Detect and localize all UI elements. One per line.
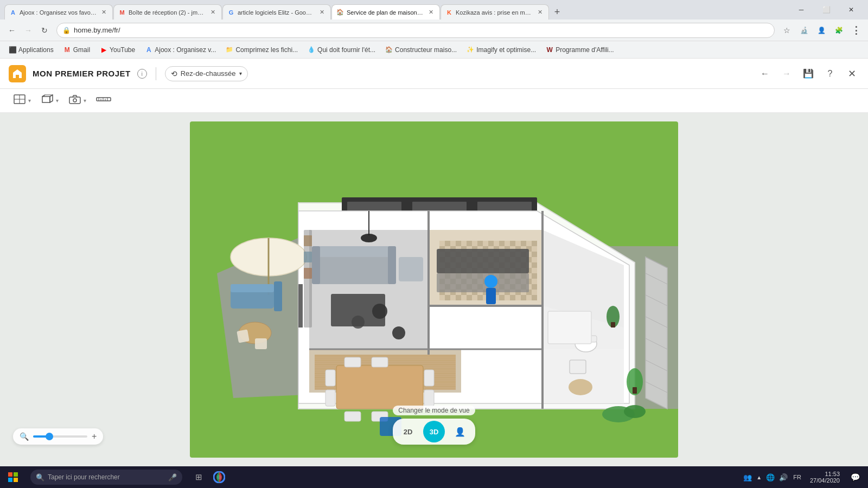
- tab-homebyme[interactable]: 🏠 Service de plan de maison 3D : g... ✕: [331, 4, 440, 20]
- bookmarks-bar: ⬛ Applications M Gmail ▶ YouTube A Ajoox…: [0, 41, 868, 59]
- svg-rect-102: [8, 478, 12, 482]
- tab-close-kozikaza[interactable]: ✕: [535, 8, 544, 17]
- view-2d-button[interactable]: 2D: [397, 421, 419, 442]
- tab-favicon-ajoox: A: [9, 9, 17, 16]
- address-bar[interactable]: 🔒 home.by.me/fr/: [56, 23, 775, 38]
- zoom-slider-container: 🔍 +: [13, 428, 103, 445]
- toolbar-3d-view[interactable]: ▾: [36, 92, 63, 110]
- svg-rect-94: [548, 311, 591, 344]
- refresh-button[interactable]: ↻: [37, 23, 52, 38]
- minimize-button[interactable]: ─: [789, 0, 814, 20]
- tab-close-homebyme[interactable]: ✕: [426, 8, 435, 17]
- floor-selector[interactable]: ⟲ Rez-de-chaussée ▾: [165, 66, 248, 81]
- zoom-in-icon: +: [92, 432, 97, 441]
- lock-icon: 🔒: [62, 27, 71, 34]
- tab-ajoox[interactable]: A Ajoox : Organisez vos favoris et ... ✕: [4, 4, 113, 20]
- svg-point-59: [361, 234, 377, 242]
- zoom-thumb[interactable]: [46, 433, 53, 440]
- app-content: MON PREMIER PROJET i ⟲ Rez-de-chaussée ▾…: [0, 59, 868, 466]
- svg-rect-100: [8, 472, 12, 477]
- tab-kozikaza[interactable]: K Kozikaza avis : prise en main po... ✕: [441, 4, 549, 20]
- svg-rect-81: [611, 322, 615, 328]
- notification-button[interactable]: 💬: [846, 468, 864, 486]
- youtube-icon: ▶: [100, 46, 107, 54]
- bookmark-ajoox-label: Ajoox : Organisez v...: [155, 46, 216, 54]
- svg-point-97: [392, 326, 405, 339]
- search-icon: 🔍: [36, 473, 44, 481]
- save-button[interactable]: 💾: [801, 66, 816, 81]
- svg-rect-63: [424, 370, 434, 386]
- bookmark-programme[interactable]: W Programme d'Affili...: [541, 43, 618, 56]
- svg-marker-84: [646, 257, 667, 409]
- header-separator: [156, 67, 156, 80]
- svg-rect-51: [255, 338, 267, 349]
- tab-close-ajoox[interactable]: ✕: [99, 8, 108, 17]
- people-icon[interactable]: 👥: [742, 472, 753, 483]
- camera-chevron: ▾: [84, 98, 86, 104]
- view-person-button[interactable]: 👤: [449, 421, 471, 442]
- bookmark-applications-label: Applications: [18, 46, 54, 54]
- person-view-icon: 👤: [455, 427, 465, 437]
- tab-google-docs[interactable]: G article logiciels Elitz - Google Do...…: [222, 4, 331, 20]
- bookmark-ajoox[interactable]: A Ajoox : Organisez v...: [141, 43, 220, 56]
- svg-rect-72: [486, 288, 496, 304]
- project-info-button[interactable]: i: [137, 69, 147, 79]
- taskbar-chrome[interactable]: [209, 466, 229, 488]
- main-3d-view[interactable]: Changer le mode de vue 2D 3D 👤 🔍: [0, 113, 868, 466]
- taskbar-task-view[interactable]: ⊞: [189, 466, 208, 488]
- svg-marker-4: [50, 95, 53, 102]
- bookmark-star-button[interactable]: ☆: [779, 23, 794, 38]
- forward-button[interactable]: →: [21, 23, 36, 38]
- taskbar-system-icons: 👥 ▲ 🌐 🔊 FR: [742, 472, 803, 483]
- close-project-button[interactable]: ✕: [844, 66, 859, 81]
- taskbar-up-arrow[interactable]: ▲: [755, 473, 763, 481]
- bookmark-youtube[interactable]: ▶ YouTube: [95, 43, 139, 56]
- new-tab-button[interactable]: +: [550, 4, 565, 20]
- svg-point-99: [352, 316, 365, 329]
- nav-bar: ← → ↻ 🔒 home.by.me/fr/ ☆ 🔬 👤 🧩 ⋮: [0, 20, 868, 41]
- taskbar-apps: ⊞: [189, 466, 229, 488]
- taskbar-search[interactable]: 🔍 Taper ici pour rechercher 🎤: [30, 470, 182, 485]
- close-button[interactable]: ✕: [839, 0, 864, 20]
- 3d-view-chevron: ▾: [56, 98, 59, 104]
- help-button[interactable]: ?: [822, 66, 838, 81]
- svg-rect-47: [231, 284, 274, 292]
- constructeur-favicon: 🏠: [385, 46, 393, 54]
- maximize-button[interactable]: ⬜: [814, 0, 839, 20]
- qui-favicon: 💧: [308, 46, 315, 54]
- network-icon[interactable]: 🌐: [765, 472, 776, 483]
- start-button[interactable]: [0, 466, 26, 488]
- task-view-icon: ⊞: [195, 472, 202, 482]
- bookmark-imagify[interactable]: ✨ Imagify et optimise...: [462, 43, 540, 56]
- view-3d-button[interactable]: 3D: [423, 421, 445, 442]
- svg-rect-7: [69, 97, 80, 104]
- toolbar-measure[interactable]: [92, 92, 116, 110]
- redo-button[interactable]: →: [779, 66, 794, 81]
- account-button[interactable]: 👤: [814, 23, 829, 38]
- svg-rect-76: [304, 268, 312, 279]
- toolbar-2d-view[interactable]: ▾: [9, 92, 35, 110]
- undo-button[interactable]: ←: [757, 66, 773, 81]
- tab-favicon-gmail: M: [118, 9, 126, 16]
- extensions-button[interactable]: 🧩: [831, 23, 846, 38]
- volume-icon[interactable]: 🔊: [778, 472, 789, 483]
- bookmark-applications[interactable]: ⬛ Applications: [4, 43, 58, 56]
- app-header: MON PREMIER PROJET i ⟲ Rez-de-chaussée ▾…: [0, 59, 868, 89]
- tab-title-gdocs: article logiciels Elitz - Google Do...: [238, 9, 315, 16]
- tab-close-gdocs[interactable]: ✕: [317, 8, 326, 17]
- menu-button[interactable]: ⋮: [848, 23, 864, 38]
- svg-point-98: [372, 304, 387, 319]
- svg-rect-103: [14, 478, 18, 482]
- chrome-labs-button[interactable]: 🔬: [796, 23, 812, 38]
- bookmark-gmail[interactable]: M Gmail: [59, 43, 94, 56]
- tab-close-gmail[interactable]: ✕: [208, 8, 217, 17]
- bookmark-qui[interactable]: 💧 Qui doit fournir l'ét...: [303, 43, 380, 56]
- back-button[interactable]: ←: [4, 23, 20, 38]
- bookmark-comprimez[interactable]: 📁 Comprimez les fichi...: [221, 43, 302, 56]
- tab-gmail[interactable]: M Boîte de réception (2) - jmoisson... ✕: [113, 4, 222, 20]
- bookmark-constructeur[interactable]: 🏠 Constructeur maiso...: [381, 43, 461, 56]
- view-mode-buttons: 2D 3D 👤: [393, 419, 475, 445]
- svg-rect-53: [315, 246, 396, 257]
- toolbar-camera[interactable]: ▾: [64, 92, 91, 110]
- svg-rect-50: [237, 329, 250, 343]
